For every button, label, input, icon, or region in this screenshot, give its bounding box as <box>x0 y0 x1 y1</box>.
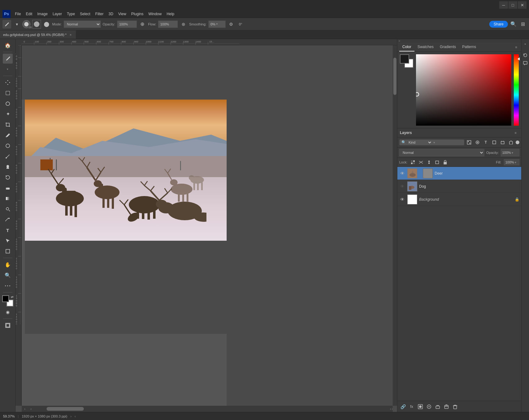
scroll-right-arrow[interactable]: ‹ <box>28 407 34 411</box>
layer-filter-smartobj-icon[interactable] <box>507 139 515 146</box>
status-arrow-right[interactable]: › <box>70 414 72 418</box>
share-button[interactable]: Share <box>489 21 508 28</box>
magic-wand-tool[interactable] <box>3 109 13 119</box>
search-icon[interactable]: 🔍 <box>510 20 517 28</box>
opacity-input[interactable]: 100% <box>117 20 137 28</box>
layer-row-dog[interactable]: 👁 Dog <box>397 180 521 193</box>
always-use-pressure-icon[interactable]: ⊕ <box>139 20 146 28</box>
active-tab[interactable]: edu.gcfglobal.org.psd @ 59.4% (RGB/8) * … <box>0 30 76 39</box>
lock-artboard-icon[interactable] <box>434 159 441 166</box>
menu-view[interactable]: View <box>116 11 129 17</box>
brush-hardness-icon[interactable]: ⬤ <box>43 20 50 28</box>
layers-menu-button[interactable]: ≡ <box>513 130 519 136</box>
pen-tool[interactable] <box>3 215 13 225</box>
layer-filter-pixel-icon[interactable] <box>465 139 473 146</box>
path-select-tool[interactable] <box>3 236 13 246</box>
layer-fx-icon[interactable]: fx <box>408 403 415 410</box>
menu-layer[interactable]: Layer <box>50 11 64 17</box>
layer-filter-artboard-icon[interactable] <box>499 139 506 146</box>
layer-row-background[interactable]: 👁 Background 🔒 <box>397 193 521 206</box>
rectangular-marquee-tool[interactable] <box>3 88 13 98</box>
gradients-tab[interactable]: Gradients <box>437 43 459 51</box>
brush-tool[interactable] <box>3 54 13 64</box>
screen-mode-icon[interactable] <box>3 320 13 330</box>
patterns-tab[interactable]: Patterns <box>459 43 479 51</box>
layers-kind-filter[interactable]: Kind <box>407 140 432 145</box>
paint-brush-tool[interactable] <box>3 151 13 161</box>
stamp-tool[interactable] <box>3 162 13 172</box>
layer-filter-type-icon[interactable]: T <box>482 139 490 146</box>
panel-icon-history[interactable] <box>522 51 529 59</box>
layer-filter-dot[interactable] <box>516 141 519 144</box>
eyedropper-tool[interactable] <box>3 130 13 140</box>
fill-value[interactable]: 100% ▾ <box>504 159 519 165</box>
menu-3d[interactable]: 3D <box>106 11 115 17</box>
menu-help[interactable]: Help <box>164 11 177 17</box>
scroll-nav-right[interactable]: ‹ <box>392 407 393 411</box>
lock-image-icon[interactable] <box>418 159 424 166</box>
layer-filter-shape-icon[interactable] <box>491 139 498 146</box>
home-tool[interactable]: 🏠 <box>3 40 13 50</box>
smoothing-input[interactable]: 0% ▾ <box>208 20 226 28</box>
type-tool[interactable]: T <box>3 225 13 235</box>
extra-tools[interactable]: • • • <box>3 281 13 291</box>
menu-type[interactable]: Type <box>64 11 77 17</box>
layer-new-icon[interactable] <box>443 403 450 410</box>
minimize-button[interactable]: ─ <box>499 1 508 9</box>
layer-row-deer[interactable]: 👁 Deer <box>397 167 521 180</box>
zoom-tool[interactable]: 🔍 <box>3 270 13 280</box>
brush-shape-preview[interactable] <box>32 20 41 29</box>
maximize-button[interactable]: □ <box>509 1 517 9</box>
move-tool[interactable] <box>3 78 13 87</box>
menu-filter[interactable]: Filter <box>93 11 106 17</box>
heal-tool[interactable] <box>3 141 13 151</box>
color-gradient-field[interactable] <box>416 54 511 126</box>
mode-select[interactable]: Normal <box>64 20 101 28</box>
blend-mode-select[interactable]: Normal <box>399 149 484 156</box>
canvas-viewport[interactable] <box>22 45 393 406</box>
workspace-icon[interactable]: ⊞ <box>519 20 527 28</box>
brush-tool-icon[interactable] <box>2 20 11 29</box>
menu-plugins[interactable]: Plugins <box>129 11 146 17</box>
flow-input[interactable]: 100% <box>158 20 178 28</box>
layer-visibility-background[interactable]: 👁 <box>399 196 405 203</box>
panel-icon-expand[interactable]: » <box>522 40 529 48</box>
shape-tool[interactable] <box>3 246 13 256</box>
switch-colors-icon[interactable]: ⇄ <box>11 295 13 299</box>
foreground-color-swatch[interactable] <box>2 295 9 302</box>
airbrush-icon[interactable]: ⊛ <box>180 20 187 28</box>
vertical-scroll-thumb[interactable] <box>393 58 396 95</box>
horizontal-scroll-thumb[interactable] <box>47 407 84 411</box>
menu-window[interactable]: Window <box>146 11 164 17</box>
hue-strip[interactable] <box>514 54 519 126</box>
layer-adjustment-icon[interactable] <box>425 403 433 410</box>
swatches-tab[interactable]: Swatches <box>414 43 437 51</box>
lasso-tool[interactable] <box>3 99 13 109</box>
dodge-tool[interactable] <box>3 204 13 214</box>
smoothing-settings-icon[interactable]: ⚙ <box>228 20 235 28</box>
lock-transparent-icon[interactable] <box>409 159 416 166</box>
color-tab[interactable]: Color <box>399 43 414 51</box>
panel-icon-speech[interactable] <box>522 60 529 67</box>
brush-dropdown[interactable]: ▾ <box>3 64 13 74</box>
eraser-tool[interactable] <box>3 183 13 193</box>
menu-file[interactable]: File <box>12 11 23 17</box>
history-brush-tool[interactable] <box>3 172 13 182</box>
color-picker[interactable] <box>416 54 511 126</box>
scroll-left-arrow[interactable]: › <box>22 407 28 411</box>
gradient-tool[interactable] <box>3 194 13 203</box>
color-foreground-swatch[interactable] <box>400 54 409 64</box>
scroll-nav-left[interactable]: › <box>390 407 391 411</box>
layer-link-icon[interactable]: 🔗 <box>399 403 407 410</box>
layer-visibility-dog[interactable]: 👁 <box>399 183 405 190</box>
color-panel-menu-icon[interactable]: ≡ <box>513 44 519 50</box>
horizontal-scrollbar[interactable]: › ‹ › ‹ <box>22 406 393 412</box>
hand-tool[interactable]: ✋ <box>3 260 13 270</box>
lock-all-icon[interactable] <box>442 159 449 166</box>
layer-filter-adjustment-icon[interactable] <box>474 139 481 146</box>
panel-collapse-top[interactable]: » <box>397 39 521 43</box>
vertical-scrollbar[interactable] <box>393 45 397 406</box>
layer-group-icon[interactable] <box>434 403 441 410</box>
lock-position-icon[interactable] <box>426 159 432 166</box>
menu-select[interactable]: Select <box>77 11 93 17</box>
